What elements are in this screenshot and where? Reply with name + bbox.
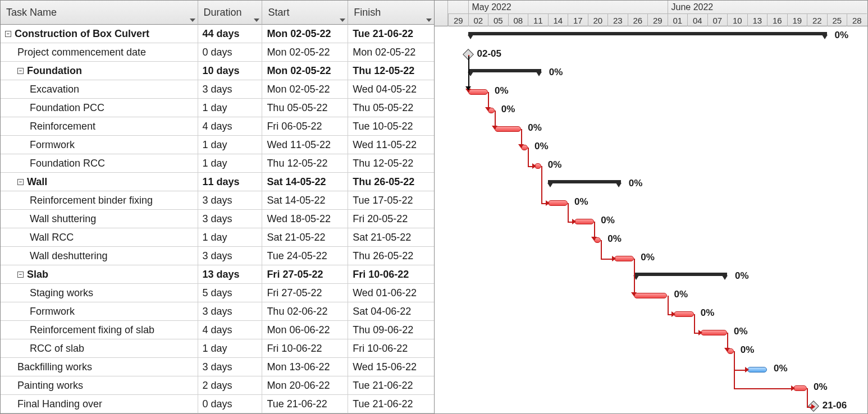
col-header-duration[interactable]: Duration: [198, 1, 263, 25]
table-row[interactable]: −Slab13 daysFri 27-05-22Fri 10-06-22: [1, 265, 434, 284]
cell-duration[interactable]: 11 days: [198, 173, 263, 191]
cell-task-name[interactable]: Wall RCC: [1, 228, 198, 246]
dropdown-icon[interactable]: [254, 19, 259, 22]
table-row[interactable]: −Foundation10 daysMon 02-05-22Thu 12-05-…: [1, 62, 434, 80]
cell-task-name[interactable]: Formwork: [1, 302, 198, 320]
cell-start[interactable]: Sat 21-05-22: [262, 228, 348, 246]
cell-duration[interactable]: 1 day: [198, 154, 263, 172]
cell-duration[interactable]: 3 days: [198, 358, 263, 376]
cell-finish[interactable]: Thu 26-05-22: [348, 173, 434, 191]
cell-finish[interactable]: Thu 05-05-22: [348, 99, 434, 117]
cell-start[interactable]: Tue 21-06-22: [262, 395, 348, 413]
cell-duration[interactable]: 10 days: [198, 62, 263, 80]
cell-start[interactable]: Mon 02-05-22: [262, 43, 348, 61]
cell-duration[interactable]: 3 days: [198, 210, 263, 228]
cell-duration[interactable]: 5 days: [198, 284, 263, 302]
cell-start[interactable]: Wed 11-05-22: [262, 136, 348, 154]
cell-duration[interactable]: 1 day: [198, 136, 263, 154]
cell-task-name[interactable]: Staging works: [1, 284, 198, 302]
collapse-toggle[interactable]: −: [17, 272, 24, 278]
dropdown-icon[interactable]: [190, 19, 195, 22]
cell-finish[interactable]: Thu 26-05-22: [348, 247, 434, 265]
cell-start[interactable]: Fri 10-06-22: [262, 339, 348, 357]
table-row[interactable]: Reinforcement binder fixing3 daysSat 14-…: [1, 191, 434, 210]
cell-start[interactable]: Mon 02-05-22: [262, 25, 348, 43]
cell-task-name[interactable]: −Wall: [1, 173, 198, 191]
table-row[interactable]: Excavation3 daysMon 02-05-22Wed 04-05-22: [1, 80, 434, 99]
cell-finish[interactable]: Tue 21-06-22: [348, 25, 434, 43]
cell-task-name[interactable]: Reinforcement fixing of slab: [1, 321, 198, 339]
table-row[interactable]: Wall RCC1 daySat 21-05-22Sat 21-05-22: [1, 228, 434, 247]
cell-finish[interactable]: Sat 04-06-22: [348, 302, 434, 320]
summary-bar[interactable]: [468, 69, 541, 72]
cell-duration[interactable]: 13 days: [198, 265, 263, 283]
cell-start[interactable]: Thu 02-06-22: [262, 302, 348, 320]
col-header-start[interactable]: Start: [262, 1, 348, 25]
cell-start[interactable]: Fri 27-05-22: [262, 265, 348, 283]
cell-finish[interactable]: Wed 01-06-22: [348, 284, 434, 302]
cell-task-name[interactable]: Wall deshuttering: [1, 247, 198, 265]
cell-finish[interactable]: Fri 10-06-22: [348, 265, 434, 283]
cell-duration[interactable]: 1 day: [198, 99, 263, 117]
cell-task-name[interactable]: Final Handing over: [1, 395, 198, 413]
task-bar[interactable]: [674, 311, 694, 317]
cell-finish[interactable]: Sat 21-05-22: [348, 228, 434, 246]
table-row[interactable]: Reinforcement fixing of slab4 daysMon 06…: [1, 321, 434, 339]
summary-bar[interactable]: [468, 32, 827, 35]
cell-task-name[interactable]: Backfilling works: [1, 358, 198, 376]
cell-task-name[interactable]: Reinforcement binder fixing: [1, 191, 198, 209]
dropdown-icon[interactable]: [340, 19, 345, 22]
cell-duration[interactable]: 44 days: [198, 25, 263, 43]
col-header-task-name[interactable]: Task Name: [1, 1, 198, 25]
cell-finish[interactable]: Thu 12-05-22: [348, 154, 434, 172]
cell-duration[interactable]: 0 days: [198, 43, 263, 61]
cell-task-name[interactable]: Painting works: [1, 376, 198, 394]
cell-task-name[interactable]: Foundation PCC: [1, 99, 198, 117]
table-row[interactable]: Foundation PCC1 dayThu 05-05-22Thu 05-05…: [1, 99, 434, 117]
cell-finish[interactable]: Thu 09-06-22: [348, 321, 434, 339]
table-row[interactable]: Final Handing over0 daysTue 21-06-22Tue …: [1, 395, 434, 413]
cell-start[interactable]: Sat 14-05-22: [262, 173, 348, 191]
cell-task-name[interactable]: RCC of slab: [1, 339, 198, 357]
table-row[interactable]: −Wall11 daysSat 14-05-22Thu 26-05-22: [1, 173, 434, 191]
cell-task-name[interactable]: Formwork: [1, 136, 198, 154]
cell-start[interactable]: Fri 06-05-22: [262, 117, 348, 135]
cell-task-name[interactable]: −Construction of Box Culvert: [1, 25, 198, 43]
cell-start[interactable]: Fri 27-05-22: [262, 284, 348, 302]
cell-finish[interactable]: Wed 11-05-22: [348, 136, 434, 154]
table-row[interactable]: RCC of slab1 dayFri 10-06-22Fri 10-06-22: [1, 339, 434, 358]
cell-start[interactable]: Tue 24-05-22: [262, 247, 348, 265]
dropdown-icon[interactable]: [426, 19, 432, 22]
cell-task-name[interactable]: Foundation RCC: [1, 154, 198, 172]
cell-task-name[interactable]: Excavation: [1, 80, 198, 98]
collapse-toggle[interactable]: −: [5, 31, 11, 37]
table-row[interactable]: Formwork3 daysThu 02-06-22Sat 04-06-22: [1, 302, 434, 321]
collapse-toggle[interactable]: −: [17, 179, 24, 185]
cell-duration[interactable]: 4 days: [198, 321, 263, 339]
cell-duration[interactable]: 2 days: [198, 376, 263, 394]
task-bar[interactable]: [614, 256, 634, 261]
table-row[interactable]: Wall deshuttering3 daysTue 24-05-22Thu 2…: [1, 247, 434, 265]
task-bar[interactable]: [548, 200, 568, 206]
cell-start[interactable]: Wed 18-05-22: [262, 210, 348, 228]
task-bar[interactable]: [574, 219, 595, 224]
cell-finish[interactable]: Tue 21-06-22: [348, 376, 434, 394]
task-bar[interactable]: [793, 385, 807, 391]
gantt-chart-area[interactable]: 0%02-050%0%0%0%0%0%0%0%0%0%0%0%0%0%0%0%0…: [448, 26, 867, 413]
cell-duration[interactable]: 3 days: [198, 302, 263, 320]
cell-duration[interactable]: 3 days: [198, 191, 263, 209]
task-bar[interactable]: [495, 126, 522, 132]
summary-bar[interactable]: [634, 273, 727, 276]
cell-duration[interactable]: 3 days: [198, 80, 263, 98]
cell-finish[interactable]: Mon 02-05-22: [348, 43, 434, 61]
table-row[interactable]: Reinforcement4 daysFri 06-05-22Tue 10-05…: [1, 117, 434, 136]
task-bar[interactable]: [634, 293, 667, 298]
cell-finish[interactable]: Tue 17-05-22: [348, 191, 434, 209]
cell-finish[interactable]: Fri 10-06-22: [348, 339, 434, 357]
cell-start[interactable]: Mon 06-06-22: [262, 321, 348, 339]
cell-task-name[interactable]: −Foundation: [1, 62, 198, 80]
task-bar[interactable]: [747, 367, 768, 372]
cell-task-name[interactable]: Project commencement date: [1, 43, 198, 61]
cell-finish[interactable]: Thu 12-05-22: [348, 62, 434, 80]
col-header-finish[interactable]: Finish: [348, 1, 434, 25]
